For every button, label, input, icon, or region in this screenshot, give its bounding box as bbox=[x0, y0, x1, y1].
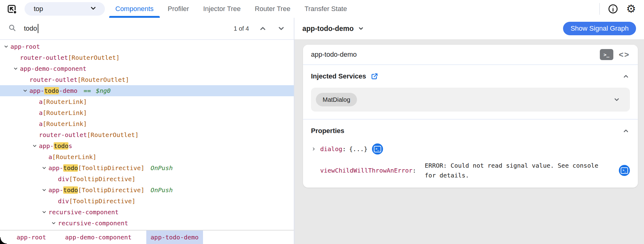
frame-selector-dropdown[interactable]: top bbox=[25, 2, 105, 16]
expand-chevron-icon[interactable] bbox=[41, 209, 48, 215]
expand-chevron-icon[interactable] bbox=[41, 187, 48, 193]
breadcrumb-item-app-demo-component[interactable]: app-demo-component bbox=[61, 231, 136, 244]
tree-row-segment: app-root bbox=[10, 43, 40, 50]
tree-row[interactable]: app-demo-component bbox=[0, 63, 294, 74]
search-input[interactable]: todo bbox=[24, 24, 38, 33]
breadcrumb: app-rootapp-demo-componentapp-todo-demo bbox=[0, 230, 294, 244]
tree-row-segment: [TooltipDirective] bbox=[69, 197, 136, 205]
injected-services-section: Injected Services MatDialog bbox=[303, 65, 638, 119]
tree-row-segment: recursive-component bbox=[58, 219, 128, 227]
selected-component-name: app-todo-demo bbox=[302, 25, 354, 33]
injected-services-box: MatDialog bbox=[311, 88, 630, 112]
tree-row[interactable]: router-outlet[RouterOutlet] bbox=[0, 74, 294, 85]
tree-row-segment: app- bbox=[48, 186, 63, 194]
inspect-element-icon[interactable] bbox=[6, 3, 18, 15]
tree-row[interactable]: a[RouterLink] bbox=[0, 118, 294, 129]
tree-row[interactable]: app-root bbox=[0, 41, 294, 52]
expand-chevron-icon[interactable] bbox=[41, 165, 48, 171]
tree-row-segment: [RouterLink] bbox=[43, 120, 87, 128]
tree-row-segment: [TooltipDirective] bbox=[69, 175, 136, 183]
service-chips: MatDialog bbox=[316, 93, 357, 106]
tree-row[interactable]: a[RouterLink] bbox=[0, 107, 294, 118]
previous-match-icon[interactable] bbox=[258, 24, 267, 33]
tree-row[interactable]: recursive-component bbox=[0, 207, 294, 218]
tree-row[interactable]: app-todo[TooltipDirective]OnPush bbox=[0, 185, 294, 196]
gear-icon[interactable]: ⚙ bbox=[626, 3, 636, 14]
tree-row-segment: a bbox=[39, 98, 43, 105]
tree-row-segment: [RouterLink] bbox=[52, 153, 97, 161]
property-name: dialog bbox=[320, 145, 342, 153]
search-icon bbox=[8, 24, 17, 33]
tree-row-segment: OnPush bbox=[151, 164, 173, 172]
breadcrumb-item-app-root[interactable]: app-root bbox=[12, 231, 50, 244]
tab-router-tree[interactable]: Router Tree bbox=[255, 0, 290, 18]
frame-selector-value: top bbox=[34, 5, 43, 13]
tree-row[interactable]: a[RouterLink] bbox=[0, 96, 294, 107]
property-row[interactable]: dialog:{...}>_ bbox=[311, 143, 630, 154]
component-tree: app-rootrouter-outlet[RouterOutlet]app-d… bbox=[0, 39, 294, 231]
expand-chevron-icon[interactable] bbox=[13, 66, 20, 72]
text-caret bbox=[38, 24, 38, 33]
tree-row-segment: router-outlet bbox=[29, 76, 78, 83]
external-link-icon[interactable] bbox=[370, 72, 378, 80]
property-preview: {...} bbox=[349, 145, 367, 153]
tree-row-segment: OnPush bbox=[151, 186, 173, 194]
expand-services-icon[interactable] bbox=[613, 96, 621, 104]
tree-row-segment: [RouterOutlet] bbox=[68, 54, 120, 61]
search-match-status: 1 of 4 bbox=[234, 25, 249, 32]
tab-injector-tree[interactable]: Injector Tree bbox=[203, 0, 240, 18]
tree-row-segment: recursive-component bbox=[48, 208, 119, 216]
collapse-section-icon[interactable] bbox=[622, 127, 630, 135]
expand-chevron-icon[interactable] bbox=[3, 44, 10, 50]
tree-row[interactable]: router-outlet[RouterOutlet] bbox=[0, 52, 294, 63]
tab-components[interactable]: Components bbox=[115, 0, 154, 18]
tree-row[interactable]: router-outlet[RouterOutlet] bbox=[0, 129, 294, 140]
properties-section: Properties dialog:{...}>_viewChildWillTh… bbox=[303, 119, 638, 188]
tree-row-segment: app- bbox=[48, 164, 63, 172]
tree-row-segment: div bbox=[58, 197, 69, 205]
expand-chevron-icon[interactable] bbox=[22, 88, 29, 94]
view-source-icon[interactable]: <> bbox=[619, 50, 630, 59]
tree-row[interactable]: app-todos bbox=[0, 140, 294, 151]
tree-row-segment: a bbox=[48, 153, 52, 161]
log-to-console-icon[interactable]: >_ bbox=[600, 49, 613, 60]
property-name: viewChildWillThrowAnError bbox=[320, 167, 412, 174]
details-header: app-todo-demo Show Signal Graph bbox=[294, 18, 644, 40]
info-icon[interactable] bbox=[608, 4, 618, 14]
tabs: ComponentsProfilerInjector TreeRouter Tr… bbox=[115, 0, 347, 18]
tree-row-segment: todo bbox=[63, 164, 78, 172]
tree-row-segment: todo bbox=[54, 142, 68, 150]
property-row[interactable]: viewChildWillThrowAnError:ERROR: Could n… bbox=[311, 161, 630, 180]
tree-row[interactable]: app-todo-demo==$ng0 bbox=[0, 85, 294, 96]
component-search-bar: todo 1 of 4 bbox=[0, 18, 294, 40]
tree-row-segment: -demo bbox=[59, 87, 77, 94]
injected-services-title: Injected Services bbox=[311, 72, 366, 80]
expand-property-icon[interactable] bbox=[311, 146, 320, 152]
component-selector-dropdown[interactable]: app-todo-demo bbox=[302, 25, 365, 33]
tree-row[interactable]: div[TooltipDirective] bbox=[0, 196, 294, 207]
next-match-icon[interactable] bbox=[277, 24, 286, 33]
tree-row-segment: todo bbox=[44, 87, 59, 94]
tree-row-segment: [RouterOutlet] bbox=[87, 131, 139, 139]
toolbar-right: ⚙ bbox=[599, 3, 644, 15]
tree-row[interactable]: div[TooltipDirective] bbox=[0, 173, 294, 185]
collapse-section-icon[interactable] bbox=[622, 72, 630, 80]
component-tree-panel: todo 1 of 4 app-rootrouter-outlet[Router… bbox=[0, 18, 294, 244]
service-chip-matdialog[interactable]: MatDialog bbox=[316, 93, 357, 106]
chevron-down-icon bbox=[89, 4, 98, 14]
tree-row[interactable]: app-todo[TooltipDirective]OnPush bbox=[0, 162, 294, 173]
tree-row-segment: [TooltipDirective] bbox=[78, 186, 144, 194]
console-reference-icon[interactable]: >_ bbox=[372, 143, 383, 154]
console-reference-icon[interactable]: >_ bbox=[619, 165, 630, 176]
expand-chevron-icon[interactable] bbox=[32, 143, 39, 149]
tree-row-segment: a bbox=[39, 109, 43, 116]
expand-chevron-icon[interactable] bbox=[51, 220, 58, 226]
show-signal-graph-button[interactable]: Show Signal Graph bbox=[563, 22, 636, 35]
tree-row[interactable]: a[RouterLink] bbox=[0, 151, 294, 162]
tab-transfer-state[interactable]: Transfer State bbox=[305, 0, 347, 18]
top-toolbar: top ComponentsProfilerInjector TreeRoute… bbox=[0, 0, 644, 18]
breadcrumb-item-app-todo-demo[interactable]: app-todo-demo bbox=[146, 231, 203, 244]
tree-row[interactable]: recursive-component bbox=[0, 218, 294, 229]
tree-row-segment: s bbox=[68, 142, 72, 150]
tab-profiler[interactable]: Profiler bbox=[168, 0, 189, 18]
